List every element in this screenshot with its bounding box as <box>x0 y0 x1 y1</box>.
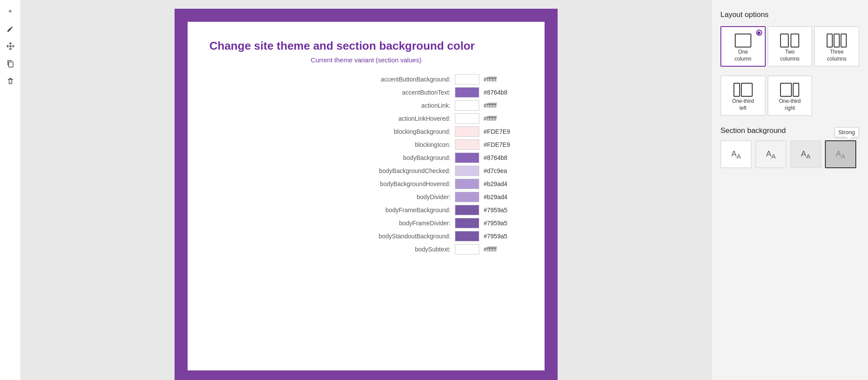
theme-scroll-container[interactable]: accentButtonBackground:#ffffffaccentButt… <box>209 74 523 353</box>
svg-rect-0 <box>9 62 13 67</box>
color-hex: #7959a5 <box>484 220 518 227</box>
color-hex: #b29ad4 <box>484 193 518 200</box>
theme-label: actionLinkHovered: <box>329 115 451 122</box>
color-hex: #7959a5 <box>484 207 518 214</box>
color-hex: #b29ad4 <box>484 180 518 187</box>
layout-grid-bottom: One-thirdleft One-thirdright <box>720 75 859 116</box>
one-third-right-label: One-thirdright <box>779 98 801 112</box>
move-button[interactable] <box>3 38 18 54</box>
theme-label: bodyBackgroundChecked: <box>329 167 451 174</box>
color-hex: #FDE7E9 <box>484 128 518 135</box>
svg-rect-7 <box>734 83 740 96</box>
theme-row: bodyBackgroundHovered:#b29ad4 <box>209 179 518 189</box>
svg-rect-10 <box>793 83 799 96</box>
theme-label: blockingBackground: <box>329 128 451 135</box>
theme-row: blockingIcon:#FDE7E9 <box>209 139 518 150</box>
color-swatch[interactable] <box>455 166 479 176</box>
color-swatch[interactable] <box>455 126 479 137</box>
theme-label: bodyBackground: <box>329 154 451 161</box>
bg-option-strong[interactable]: AA Strong <box>825 140 856 168</box>
theme-label: actionLink: <box>329 102 451 109</box>
color-swatch[interactable] <box>455 153 479 163</box>
card-title: Change site theme and section background… <box>209 39 523 53</box>
theme-row: actionLinkHovered:#ffffff <box>209 113 518 124</box>
layout-one-third-right[interactable]: One-thirdright <box>767 75 813 116</box>
bg-options: AA AA AA AA Strong <box>720 140 859 168</box>
three-columns-label: Threecolumns <box>827 49 847 62</box>
color-swatch[interactable] <box>455 100 479 111</box>
color-swatch[interactable] <box>455 74 479 85</box>
radio-one-column <box>756 30 762 36</box>
color-hex: #ffffff <box>484 115 518 122</box>
color-hex: #ffffff <box>484 102 518 109</box>
one-column-label: Onecolumn <box>734 49 751 62</box>
add-button[interactable]: + <box>3 3 18 19</box>
color-swatch[interactable] <box>455 205 479 215</box>
color-hex: #8764b8 <box>484 154 518 161</box>
theme-label: bodyStandoutBackground: <box>329 233 451 240</box>
color-swatch[interactable] <box>455 244 479 254</box>
theme-row: bodyFrameDivider:#7959a5 <box>209 218 518 228</box>
bg-option-none[interactable]: AA <box>720 140 752 168</box>
copy-button[interactable] <box>3 56 18 71</box>
color-swatch[interactable] <box>455 113 479 124</box>
color-hex: #d7c9ea <box>484 167 518 174</box>
theme-label: bodySubtext: <box>329 246 451 253</box>
svg-rect-9 <box>781 83 791 96</box>
color-swatch[interactable] <box>455 179 479 189</box>
svg-rect-3 <box>791 34 799 47</box>
right-panel: Layout options Onecolumn Twocolumns <box>711 0 868 380</box>
bg-soft-label: AA <box>801 149 811 160</box>
edit-button[interactable] <box>3 21 18 37</box>
main-area: Change site theme and section background… <box>21 0 711 380</box>
theme-label: accentButtonText: <box>329 89 451 96</box>
color-swatch[interactable] <box>455 139 479 150</box>
theme-row: bodyStandoutBackground:#7959a5 <box>209 231 518 241</box>
color-swatch[interactable] <box>455 231 479 241</box>
theme-row: blockingBackground:#FDE7E9 <box>209 126 518 137</box>
theme-row: bodyBackgroundChecked:#d7c9ea <box>209 166 518 176</box>
one-third-right-icon <box>779 81 800 98</box>
svg-rect-5 <box>834 34 839 47</box>
theme-label: blockingIcon: <box>329 141 451 148</box>
two-columns-icon <box>779 32 800 49</box>
theme-row: accentButtonText:#8764b8 <box>209 87 518 98</box>
layout-one-third-left[interactable]: One-thirdleft <box>720 75 766 116</box>
layout-empty-cell <box>814 75 859 116</box>
color-hex: #7959a5 <box>484 233 518 240</box>
color-hex: #8764b8 <box>484 89 518 96</box>
page-section: Change site theme and section background… <box>175 9 558 380</box>
bg-option-soft[interactable]: AA <box>790 140 821 168</box>
color-hex: #ffffff <box>484 76 518 83</box>
page-canvas: Change site theme and section background… <box>21 0 711 380</box>
svg-rect-4 <box>827 34 832 47</box>
bg-none-label: AA <box>731 149 741 160</box>
color-swatch[interactable] <box>455 87 479 98</box>
theme-label: bodyDivider: <box>329 193 451 200</box>
layout-grid-top: Onecolumn Twocolumns Threecolumns <box>720 26 859 67</box>
bg-option-neutral[interactable]: AA <box>755 140 787 168</box>
color-swatch[interactable] <box>455 192 479 202</box>
layout-three-columns[interactable]: Threecolumns <box>814 26 859 67</box>
theme-row: bodyBackground:#8764b8 <box>209 153 518 163</box>
delete-button[interactable] <box>3 73 18 89</box>
bg-neutral-label: AA <box>766 149 776 160</box>
color-swatch[interactable] <box>455 218 479 228</box>
theme-row: bodySubtext:#ffffff <box>209 244 518 254</box>
theme-row: bodyFrameBackground:#7959a5 <box>209 205 518 215</box>
strong-tooltip: Strong <box>834 127 859 137</box>
svg-rect-6 <box>841 34 846 47</box>
theme-label: accentButtonBackground: <box>329 76 451 83</box>
left-toolbar: + <box>0 0 21 380</box>
three-columns-icon <box>826 32 847 49</box>
theme-label: bodyBackgroundHovered: <box>329 180 451 187</box>
card-subtitle: Current theme variant (section values) <box>209 56 523 64</box>
theme-row: actionLink:#ffffff <box>209 100 518 111</box>
one-column-icon <box>733 32 754 49</box>
svg-rect-1 <box>735 34 751 47</box>
svg-rect-2 <box>781 34 788 47</box>
theme-rows: accentButtonBackground:#ffffffaccentButt… <box>209 74 518 254</box>
layout-one-column[interactable]: Onecolumn <box>720 26 766 67</box>
svg-rect-8 <box>741 83 752 96</box>
layout-two-columns[interactable]: Twocolumns <box>767 26 813 67</box>
